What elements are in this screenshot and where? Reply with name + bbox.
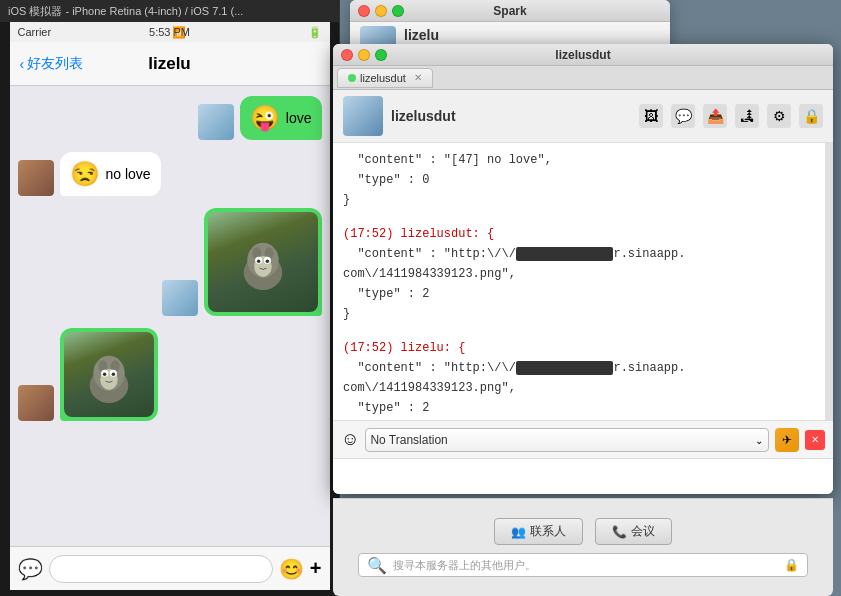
ios-simulator: iOS 模拟器 - iPhone Retina (4-inch) / iOS 7… — [0, 0, 340, 596]
msg-type-2: "type" : 2 — [343, 399, 815, 417]
chat-close-button[interactable] — [341, 49, 353, 61]
chat-message-3 — [18, 208, 322, 316]
avatar-image-2 — [18, 160, 54, 196]
spark-window-controls — [358, 5, 404, 17]
msg-content-2b: com\/1411984339123.png", — [343, 379, 815, 397]
svg-point-8 — [265, 259, 269, 263]
avatar-right-3 — [162, 280, 198, 316]
chat-share-icon[interactable]: 📤 — [703, 104, 727, 128]
send-button[interactable]: ✈ — [775, 428, 799, 452]
redacted-2 — [516, 361, 614, 375]
conference-icon: 📞 — [612, 525, 627, 539]
chat-contact-name: lizelusdut — [391, 108, 631, 124]
avatar-left-4 — [18, 385, 54, 421]
chat-emoji-button[interactable]: ☺ — [341, 429, 359, 450]
ios-status-bar: Carrier 📶 5:53 PM 🔋 — [10, 22, 330, 42]
chat-text-input-area — [333, 458, 833, 494]
chat-header-icons: 🖼 💬 📤 🏞 ⚙ 🔒 — [639, 104, 823, 128]
battery-icon: 🔋 — [308, 26, 322, 39]
chat-window: lizelusdut lizelusdut ✕ lizelusdut 🖼 💬 📤… — [333, 44, 833, 494]
spark-titlebar: Spark — [350, 0, 670, 22]
nav-title: lizelu — [148, 54, 191, 74]
chat-image-icon[interactable]: 🏞 — [735, 104, 759, 128]
contacts-icon: 👥 — [511, 525, 526, 539]
avatar-image-3 — [162, 280, 198, 316]
chat-message-icon[interactable]: 💬 — [671, 104, 695, 128]
chat-text-input[interactable] — [333, 459, 833, 494]
ios-title-text: iOS 模拟器 - iPhone Retina (4-inch) / iOS 7… — [8, 4, 243, 19]
ios-add-btn[interactable]: + — [310, 557, 322, 580]
msg-type-1: "type" : 2 — [343, 285, 815, 303]
spark-bottom-panel: 👥 联系人 📞 会议 🔍 搜寻本服务器上的其他用户。 🔒 — [333, 498, 833, 596]
conference-label: 会议 — [631, 523, 655, 540]
chat-tab-label: lizelusdut — [360, 72, 406, 84]
spark-contact-name: lizelu — [404, 27, 454, 43]
chat-maximize-button[interactable] — [375, 49, 387, 61]
clear-button[interactable]: ✕ — [805, 430, 825, 450]
spark-search-bar[interactable]: 🔍 搜寻本服务器上的其他用户。 🔒 — [358, 553, 808, 577]
ios-titlebar: iOS 模拟器 - iPhone Retina (4-inch) / iOS 7… — [0, 0, 339, 22]
tab-status-dot — [348, 74, 356, 82]
spark-close-button[interactable] — [358, 5, 370, 17]
message-text-2: no love — [106, 166, 151, 182]
chat-tab-bar: lizelusdut ✕ — [333, 66, 833, 90]
conference-button[interactable]: 📞 会议 — [595, 518, 672, 545]
chat-lock-icon[interactable]: 🔒 — [799, 104, 823, 128]
chat-window-controls — [341, 49, 387, 61]
msg-close-1: } — [343, 305, 815, 323]
emoji-icon-1: 😜 — [250, 104, 280, 132]
chat-photo-icon[interactable]: 🖼 — [639, 104, 663, 128]
msg-line-3: } — [343, 191, 815, 209]
spark-search-icon: 🔍 — [367, 556, 387, 575]
msg-content-1a: "content" : "http:\/\/ r.sinaapp. — [343, 245, 815, 263]
chat-settings-icon[interactable]: ⚙ — [767, 104, 791, 128]
chat-titlebar: lizelusdut — [333, 44, 833, 66]
chat-contact-avatar — [343, 96, 383, 136]
spark-title: Spark — [493, 4, 526, 18]
svg-point-16 — [102, 372, 106, 376]
translation-select[interactable]: No Translation Chinese English Japanese — [365, 428, 769, 452]
spark-minimize-button[interactable] — [375, 5, 387, 17]
chat-tab-close[interactable]: ✕ — [414, 72, 422, 83]
chat-message-2: 😒 no love — [18, 152, 322, 196]
chat-image-4 — [64, 332, 154, 417]
back-label: 好友列表 — [27, 55, 83, 73]
avatar-right-1 — [198, 104, 234, 140]
emoji-icon-2: 😒 — [70, 160, 100, 188]
ios-bubble-icon: 💬 — [18, 557, 43, 581]
carrier-text: Carrier — [18, 26, 52, 38]
chat-message-4 — [18, 328, 322, 421]
spark-bottom-buttons: 👥 联系人 📞 会议 — [494, 518, 672, 545]
ios-emoji-btn[interactable]: 😊 — [279, 557, 304, 581]
message-bubble-2: 😒 no love — [60, 152, 161, 196]
msg-line-2: "type" : 0 — [343, 171, 815, 189]
chat-input-area: ☺ No Translation Chinese English Japanes… — [333, 420, 833, 458]
ios-screen: Carrier 📶 5:53 PM 🔋 ‹ 好友列表 lizelu 😜 love — [10, 22, 330, 590]
chat-tab-lizelusdut[interactable]: lizelusdut ✕ — [337, 68, 433, 88]
contacts-label: 联系人 — [530, 523, 566, 540]
avatar-image-4 — [18, 385, 54, 421]
avatar-image-1 — [198, 104, 234, 140]
spark-maximize-button[interactable] — [392, 5, 404, 17]
svg-point-17 — [111, 372, 115, 376]
chat-messages-area: "content" : "[47] no love", "type" : 0 }… — [333, 143, 833, 420]
spark-search-placeholder: 搜寻本服务器上的其他用户。 — [393, 558, 536, 573]
totoro-svg-2 — [74, 340, 144, 410]
ios-bottom-bar: 💬 😊 + — [10, 546, 330, 590]
translation-select-wrapper[interactable]: No Translation Chinese English Japanese — [365, 428, 769, 452]
back-button[interactable]: ‹ 好友列表 — [20, 55, 84, 73]
ios-chat-area: 😜 love 😒 no love — [10, 86, 330, 546]
chat-minimize-button[interactable] — [358, 49, 370, 61]
msg-sender-2: (17:52) lizelu: { — [343, 339, 815, 357]
avatar-left-2 — [18, 160, 54, 196]
message-bubble-3 — [204, 208, 322, 316]
message-bubble-4 — [60, 328, 158, 421]
contacts-button[interactable]: 👥 联系人 — [494, 518, 583, 545]
chat-message-1: 😜 love — [18, 96, 322, 140]
redacted-1 — [516, 247, 614, 261]
message-text-1: love — [286, 110, 312, 126]
ios-nav-bar: ‹ 好友列表 lizelu — [10, 42, 330, 86]
ios-text-input[interactable] — [49, 555, 273, 583]
msg-content-2a: "content" : "http:\/\/ r.sinaapp. — [343, 359, 815, 377]
back-chevron-icon: ‹ — [20, 56, 25, 72]
